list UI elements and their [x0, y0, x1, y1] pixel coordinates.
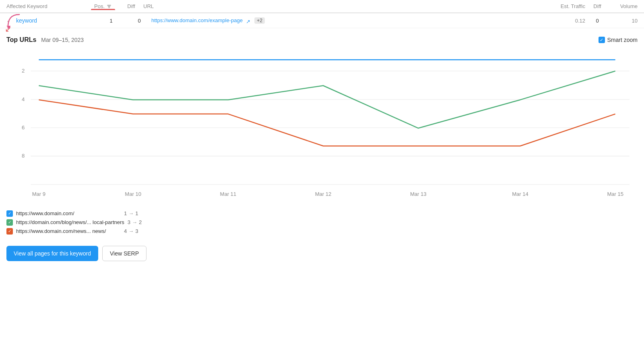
- svg-text:Mar 15: Mar 15: [607, 191, 623, 197]
- row-url: https://www.domain.com/example-page ↗ +2: [151, 17, 537, 24]
- legend-checkbox-2[interactable]: ✓: [6, 219, 13, 226]
- legend-from-2: 3: [128, 219, 130, 225]
- col-volume-header: Volume: [609, 3, 638, 9]
- legend-to-1: 1: [135, 210, 138, 216]
- row-est-traffic: 0.12: [537, 18, 585, 24]
- section-title-area: Top URLs Mar 09–15, 2023: [6, 36, 84, 44]
- col-keyword-header: Affected Keyword: [6, 3, 87, 9]
- row-pos: 1: [95, 18, 127, 24]
- legend-to-3: 3: [135, 228, 138, 234]
- svg-text:4: 4: [22, 96, 25, 102]
- line-chart: 2 4 6 8 Mar 9 Mar 10 Mar 11 Mar 12 Mar 1…: [6, 47, 638, 201]
- chart-container: 2 4 6 8 Mar 9 Mar 10 Mar 11 Mar 12 Mar 1…: [0, 47, 644, 207]
- arrow-icon-1: →: [128, 210, 134, 216]
- col-est-traffic-header: Est. Traffic: [537, 3, 585, 9]
- svg-text:Mar 13: Mar 13: [410, 191, 427, 197]
- section-title-row: Top URLs Mar 09–15, 2023 ✓ Smart zoom: [0, 28, 644, 47]
- col-diff2-header: Diff: [585, 3, 609, 9]
- legend-checkbox-1[interactable]: ✓: [6, 210, 13, 217]
- sort-icon: [106, 4, 112, 9]
- line-red: [39, 100, 615, 146]
- expand-icon[interactable]: ⌄: [6, 18, 14, 23]
- arrow-icon-2: →: [132, 219, 137, 225]
- chart-date-range: Mar 09–15, 2023: [41, 37, 84, 43]
- legend-url-1: https://www.domain.com/: [16, 210, 121, 216]
- pos-sort-button[interactable]: Pos.: [94, 3, 112, 9]
- arrow-icon-3: →: [128, 228, 134, 234]
- row-diff: 0: [127, 18, 151, 24]
- legend-item-2: ✓ https://domain.com/blog/news/... local…: [6, 219, 638, 226]
- svg-text:Mar 14: Mar 14: [512, 191, 528, 197]
- col-url-header: URL: [143, 3, 537, 9]
- col-pos-header[interactable]: Pos.: [87, 3, 119, 9]
- row-volume: 10: [609, 18, 638, 24]
- keyword-link[interactable]: keyword: [16, 17, 37, 24]
- view-all-pages-button[interactable]: View all pages for this keyword: [6, 246, 98, 261]
- legend-arrow-3: 4 → 3: [124, 228, 138, 234]
- legend-url-2: https://domain.com/blog/news/... local-p…: [16, 219, 124, 225]
- row-diff2: 0: [585, 18, 609, 24]
- legend-arrow-1: 1 → 1: [124, 210, 138, 216]
- svg-text:Mar 12: Mar 12: [315, 191, 332, 197]
- legend-to-2: 2: [139, 219, 142, 225]
- chart-legend: ✓ https://www.domain.com/ 1 → 1 ✓ https:…: [0, 207, 644, 241]
- svg-text:Mar 10: Mar 10: [125, 191, 141, 197]
- svg-text:8: 8: [22, 153, 25, 159]
- legend-item-3: ✓ https://www.domain.com/news... news/ 4…: [6, 228, 638, 235]
- smart-zoom-control[interactable]: ✓ Smart zoom: [599, 37, 638, 43]
- legend-checkbox-3[interactable]: ✓: [6, 228, 13, 235]
- col-diff-header: Diff: [119, 3, 143, 9]
- table-header: Affected Keyword Pos. Diff URL Est. Traf…: [0, 0, 644, 13]
- svg-text:2: 2: [22, 68, 25, 74]
- legend-item-1: ✓ https://www.domain.com/ 1 → 1: [6, 210, 638, 217]
- smart-zoom-checkbox[interactable]: ✓: [599, 37, 605, 43]
- button-row: View all pages for this keyword View SER…: [0, 241, 644, 269]
- svg-text:Mar 9: Mar 9: [32, 191, 45, 197]
- legend-from-3: 4: [124, 228, 127, 234]
- table-row: ⌄ keyword 1 0 https://www.domain.com/exa…: [0, 13, 644, 28]
- legend-from-1: 1: [124, 210, 127, 216]
- view-serp-button[interactable]: View SERP: [102, 246, 147, 261]
- annotation-arrow: ↙: [5, 24, 12, 34]
- svg-text:Mar 11: Mar 11: [220, 191, 237, 197]
- svg-text:6: 6: [22, 125, 25, 131]
- legend-arrow-2: 3 → 2: [128, 219, 142, 225]
- smart-zoom-label: Smart zoom: [607, 37, 638, 43]
- section-title-text: Top URLs: [6, 36, 36, 43]
- url-link[interactable]: https://www.domain.com/example-page: [151, 17, 243, 23]
- external-link-icon[interactable]: ↗: [246, 19, 251, 23]
- legend-url-3: https://www.domain.com/news... news/: [16, 228, 121, 234]
- plus-badge[interactable]: +2: [254, 17, 265, 24]
